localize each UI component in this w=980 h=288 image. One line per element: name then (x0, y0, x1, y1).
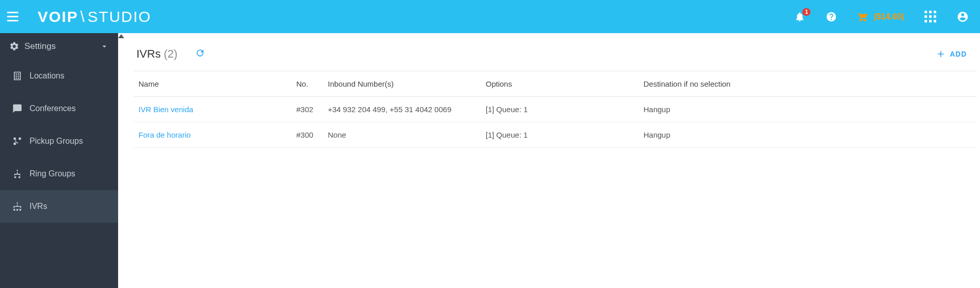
ivr-icon (12, 201, 22, 212)
cart-balance-button[interactable]: ($14.60) (857, 11, 904, 22)
ivr-destination: Hangup (638, 122, 977, 148)
cart-icon (857, 11, 869, 22)
add-button[interactable]: ADD (936, 49, 977, 59)
sidebar-item-label: Conferences (30, 104, 76, 113)
help-button[interactable] (826, 11, 837, 22)
sidebar-item-label: Pickup Groups (30, 137, 83, 146)
topbar-right: 1 ($14.60) (794, 11, 973, 23)
main-content: IVRs (2) ADD Name No. Inbound Number(s) … (126, 33, 980, 288)
brand-left: VOIP (38, 8, 78, 25)
col-no[interactable]: No. (291, 71, 323, 97)
account-icon (957, 11, 969, 23)
notification-badge: 1 (802, 8, 810, 16)
topbar-left: VOIP \ STUDIO (7, 8, 151, 25)
ivr-no: #302 (291, 97, 323, 122)
refresh-icon (195, 48, 205, 58)
sidebar-settings-label: Settings (24, 41, 100, 51)
sidebar-item-locations[interactable]: Locations (0, 60, 118, 92)
plus-icon (936, 49, 946, 59)
balance-text: ($14.60) (874, 12, 904, 21)
body: Settings Locations Conferences Pickup Gr… (0, 33, 980, 288)
page-header: IVRs (2) ADD (133, 42, 977, 71)
ivr-options: [1] Queue: 1 (481, 122, 638, 148)
ivr-name-link[interactable]: Fora de horario (138, 130, 191, 139)
col-name[interactable]: Name (133, 71, 291, 97)
sidebar: Settings Locations Conferences Pickup Gr… (0, 33, 118, 288)
ivr-options: [1] Queue: 1 (481, 97, 638, 122)
sidebar-item-ivrs[interactable]: IVRs (0, 190, 118, 223)
table-row[interactable]: Fora de horario #300 None [1] Queue: 1 H… (133, 122, 977, 148)
col-destination[interactable]: Destination if no selection (638, 71, 977, 97)
page-title: IVRs (136, 47, 161, 61)
topbar: VOIP \ STUDIO 1 ($14.60) (0, 0, 980, 33)
tree-icon (12, 169, 22, 179)
col-options[interactable]: Options (481, 71, 638, 97)
ivr-destination: Hangup (638, 97, 977, 122)
chat-icon (12, 103, 22, 114)
table-row[interactable]: IVR Bien venida #302 +34 932 204 499, +5… (133, 97, 977, 122)
ivr-inbound: None (323, 122, 481, 148)
refresh-button[interactable] (195, 48, 205, 60)
gear-icon (9, 41, 19, 51)
building-icon (12, 71, 22, 81)
col-inbound[interactable]: Inbound Number(s) (323, 71, 481, 97)
page-count: (2) (164, 47, 178, 61)
sidebar-item-pickup-groups[interactable]: Pickup Groups (0, 125, 118, 158)
ivr-inbound: +34 932 204 499, +55 31 4042 0069 (323, 97, 481, 122)
account-button[interactable] (957, 11, 969, 23)
help-icon (826, 11, 837, 22)
menu-toggle-button[interactable] (7, 12, 21, 21)
table-header-row: Name No. Inbound Number(s) Options Desti… (133, 71, 977, 97)
sidebar-collapse-button[interactable] (118, 34, 124, 38)
sidebar-item-label: Ring Groups (30, 169, 75, 178)
chevron-down-icon (100, 42, 109, 51)
brand-right: STUDIO (88, 8, 151, 25)
sidebar-item-conferences[interactable]: Conferences (0, 92, 118, 125)
brand-logo[interactable]: VOIP \ STUDIO (38, 8, 151, 25)
sidebar-collapse-gutter (118, 33, 126, 288)
notifications-button[interactable]: 1 (794, 11, 805, 22)
sidebar-item-label: IVRs (30, 202, 47, 211)
ivr-table: Name No. Inbound Number(s) Options Desti… (133, 71, 977, 148)
apps-button[interactable] (925, 11, 936, 22)
add-button-label: ADD (950, 50, 967, 58)
sidebar-item-ring-groups[interactable]: Ring Groups (0, 158, 118, 190)
ivr-no: #300 (291, 122, 323, 148)
branch-icon (12, 136, 22, 146)
sidebar-settings-toggle[interactable]: Settings (0, 33, 118, 60)
sidebar-item-label: Locations (30, 71, 65, 81)
ivr-name-link[interactable]: IVR Bien venida (138, 105, 193, 114)
apps-icon (925, 11, 936, 22)
brand-slash: \ (80, 8, 86, 25)
